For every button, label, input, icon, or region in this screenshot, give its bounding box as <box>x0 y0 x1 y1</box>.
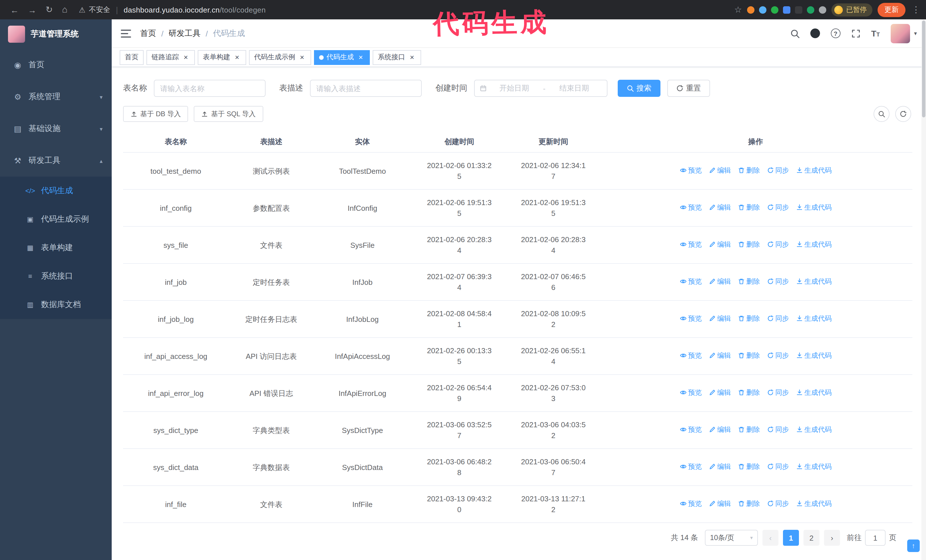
sync-action[interactable]: 同步 <box>767 165 789 176</box>
puzzle-icon[interactable] <box>819 6 826 14</box>
delete-action[interactable]: 删除 <box>738 202 760 213</box>
sync-action[interactable]: 同步 <box>767 498 789 509</box>
font-size-icon[interactable]: TT <box>871 29 880 38</box>
paused-badge[interactable]: 已暂停 <box>831 3 872 16</box>
generate-code-action[interactable]: 生成代码 <box>796 462 832 472</box>
sidebar-item-2[interactable]: ▤ 基础设施 ▾ <box>0 113 112 145</box>
extension-icon[interactable] <box>747 6 755 14</box>
delete-action[interactable]: 删除 <box>738 498 760 509</box>
page-button-1[interactable]: 1 <box>783 530 799 546</box>
tab-5[interactable]: 系统接口× <box>373 50 421 65</box>
sync-action[interactable]: 同步 <box>767 276 789 287</box>
goto-page-input[interactable] <box>865 530 885 546</box>
tab-1[interactable]: 链路追踪× <box>147 50 195 65</box>
page-button-2[interactable]: 2 <box>803 530 819 546</box>
edit-action[interactable]: 编辑 <box>709 424 731 435</box>
date-range-picker[interactable]: 开始日期 - 结束日期 <box>474 80 607 97</box>
breadcrumb-item[interactable]: 首页 <box>140 28 156 38</box>
back-to-top-button[interactable]: ↑ <box>907 539 920 552</box>
extension-icon[interactable] <box>795 6 802 14</box>
sidebar-item-3[interactable]: ⚒ 研发工具 ▴ <box>0 145 112 177</box>
preview-action[interactable]: 预览 <box>679 165 702 176</box>
sync-action[interactable]: 同步 <box>767 387 789 398</box>
hamburger-icon[interactable] <box>121 29 131 37</box>
reset-button[interactable]: 重置 <box>667 80 710 97</box>
tab-4[interactable]: 代码生成× <box>314 50 370 65</box>
generate-code-action[interactable]: 生成代码 <box>796 350 832 361</box>
user-avatar[interactable]: ▾ <box>891 24 917 43</box>
sidebar-subitem-0[interactable]: </> 代码生成 <box>0 177 112 205</box>
breadcrumb-item[interactable]: 代码生成 <box>213 28 245 38</box>
fullscreen-icon[interactable] <box>851 29 860 38</box>
preview-action[interactable]: 预览 <box>679 313 702 324</box>
delete-action[interactable]: 删除 <box>738 276 760 287</box>
generate-code-action[interactable]: 生成代码 <box>796 202 832 213</box>
page-size-select[interactable]: 10条/页▾ <box>705 530 758 546</box>
generate-code-action[interactable]: 生成代码 <box>796 239 832 250</box>
toggle-search-button[interactable] <box>873 106 890 122</box>
edit-action[interactable]: 编辑 <box>709 276 731 287</box>
scrollbar-thumb[interactable] <box>922 21 925 117</box>
help-icon[interactable]: ? <box>831 29 840 38</box>
update-button[interactable]: 更新 <box>878 3 905 17</box>
sidebar-subitem-4[interactable]: ▥ 数据库文档 <box>0 291 112 319</box>
edit-action[interactable]: 编辑 <box>709 165 731 176</box>
generate-code-action[interactable]: 生成代码 <box>796 165 832 176</box>
menu-kebab-icon[interactable]: ⋮ <box>912 5 920 15</box>
edit-action[interactable]: 编辑 <box>709 350 731 361</box>
edit-action[interactable]: 编辑 <box>709 202 731 213</box>
close-icon[interactable]: × <box>357 53 365 61</box>
preview-action[interactable]: 预览 <box>679 462 702 472</box>
refresh-table-button[interactable] <box>895 106 911 122</box>
extension-icon[interactable] <box>771 6 778 14</box>
delete-action[interactable]: 删除 <box>738 165 760 176</box>
sync-action[interactable]: 同步 <box>767 239 789 250</box>
extension-icon[interactable] <box>783 6 790 14</box>
edit-action[interactable]: 编辑 <box>709 239 731 250</box>
preview-action[interactable]: 预览 <box>679 276 702 287</box>
sidebar-item-0[interactable]: ◉ 首页 <box>0 49 112 81</box>
sidebar-subitem-1[interactable]: ▣ 代码生成示例 <box>0 205 112 234</box>
sync-action[interactable]: 同步 <box>767 462 789 472</box>
delete-action[interactable]: 删除 <box>738 313 760 324</box>
close-icon[interactable]: × <box>298 53 306 61</box>
preview-action[interactable]: 预览 <box>679 202 702 213</box>
delete-action[interactable]: 删除 <box>738 424 760 435</box>
scrollbar[interactable] <box>921 20 926 560</box>
tab-3[interactable]: 代码生成示例× <box>249 50 311 65</box>
reload-icon[interactable]: ↻ <box>45 5 53 15</box>
import-sql-button[interactable]: 基于 SQL 导入 <box>194 106 263 122</box>
preview-action[interactable]: 预览 <box>679 387 702 398</box>
extension-icon[interactable] <box>759 6 766 14</box>
url-text[interactable]: dashboard.yudao.iocoder.cn/tool/codegen <box>124 5 266 14</box>
close-icon[interactable]: × <box>408 53 416 61</box>
preview-action[interactable]: 预览 <box>679 424 702 435</box>
search-button[interactable]: 搜索 <box>618 80 660 97</box>
search-icon[interactable] <box>790 29 799 38</box>
sidebar-subitem-3[interactable]: ≡ 系统接口 <box>0 262 112 291</box>
prev-page-button[interactable]: ‹ <box>763 530 778 546</box>
extension-icon[interactable] <box>807 6 814 14</box>
edit-action[interactable]: 编辑 <box>709 387 731 398</box>
close-icon[interactable]: × <box>182 53 190 61</box>
generate-code-action[interactable]: 生成代码 <box>796 276 832 287</box>
generate-code-action[interactable]: 生成代码 <box>796 498 832 509</box>
close-icon[interactable]: × <box>233 53 241 61</box>
sync-action[interactable]: 同步 <box>767 424 789 435</box>
delete-action[interactable]: 删除 <box>738 350 760 361</box>
github-icon[interactable] <box>810 29 820 38</box>
delete-action[interactable]: 删除 <box>738 387 760 398</box>
preview-action[interactable]: 预览 <box>679 498 702 509</box>
generate-code-action[interactable]: 生成代码 <box>796 424 832 435</box>
tab-2[interactable]: 表单构建× <box>198 50 246 65</box>
breadcrumb-item[interactable]: 研发工具 <box>169 28 201 38</box>
next-page-button[interactable]: › <box>824 530 840 546</box>
forward-icon[interactable]: → <box>28 5 36 15</box>
generate-code-action[interactable]: 生成代码 <box>796 313 832 324</box>
home-icon[interactable]: ⌂ <box>62 5 67 15</box>
edit-action[interactable]: 编辑 <box>709 498 731 509</box>
delete-action[interactable]: 删除 <box>738 462 760 472</box>
sync-action[interactable]: 同步 <box>767 202 789 213</box>
app-logo[interactable]: 芋道管理系统 <box>0 20 112 49</box>
security-chip[interactable]: ⚠ 不安全 <box>79 5 110 15</box>
